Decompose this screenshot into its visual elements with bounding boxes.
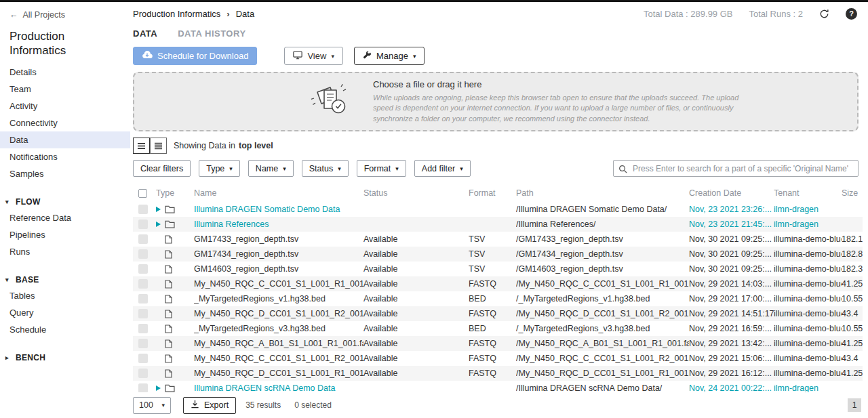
search-input[interactable]	[613, 160, 859, 177]
item-size: 41.25	[842, 369, 863, 378]
tab-data-history[interactable]: DATA HISTORY	[178, 28, 245, 39]
table-row[interactable]: Illumina References/Illumina References/…	[133, 217, 863, 232]
table-row[interactable]: GM14603_region_depth.tsvAvailableTSV/GM1…	[133, 262, 863, 276]
column-header-type[interactable]: Type	[156, 188, 194, 198]
column-header-status[interactable]: Status	[363, 188, 469, 198]
row-checkbox[interactable]	[133, 279, 156, 289]
column-header-creation-date[interactable]: Creation Date	[689, 188, 774, 198]
expand-arrow-icon[interactable]	[156, 385, 161, 391]
sidebar-section-header-base[interactable]: ▾BASE	[0, 272, 130, 287]
item-name[interactable]: GM17434_region_depth.tsv	[194, 249, 363, 259]
item-name[interactable]: _MyTargetedRegions_v3.hg38.bed	[194, 324, 363, 333]
filter-status-dropdown[interactable]: Status▾	[302, 160, 349, 177]
file-icon	[165, 339, 172, 348]
sidebar-item-tables[interactable]: Tables	[0, 287, 130, 304]
item-name[interactable]: _MyTargetedRegions_v1.hg38.bed	[194, 294, 363, 304]
row-checkbox[interactable]	[133, 205, 156, 214]
manage-button-label: Manage	[376, 51, 408, 61]
item-name[interactable]: My_N450_RQC_C_CC01_S1_L001_R1_001.fastq.…	[194, 279, 363, 289]
row-checkbox[interactable]	[133, 234, 156, 244]
column-header-tenant[interactable]: Tenant	[774, 188, 842, 198]
sidebar-item-reference-data[interactable]: Reference Data	[0, 209, 130, 226]
item-tenant: illumina-demo-blue	[774, 339, 842, 348]
sidebar-section-header-flow[interactable]: ▾FLOW	[0, 194, 130, 209]
item-name[interactable]: My_N450_RQC_D_CC01_S1_L001_R1_001.fastq.…	[194, 369, 363, 378]
table-row[interactable]: My_N450_RQC_D_CC01_S1_L001_R2_001.fastq.…	[133, 306, 863, 321]
sidebar-item-connectivity[interactable]: Connectivity	[0, 114, 130, 131]
column-header-format[interactable]: Format	[469, 188, 516, 198]
sidebar-item-pipelines[interactable]: Pipelines	[0, 226, 130, 243]
table-row[interactable]: My_N450_RQC_C_CC01_S1_L001_R2_001.fastq.…	[133, 351, 863, 366]
row-checkbox[interactable]	[133, 249, 156, 259]
view-dropdown-button[interactable]: View ▾	[284, 47, 342, 65]
select-all-checkbox[interactable]	[138, 189, 147, 198]
table-row[interactable]: My_N450_RQC_A_B01_S1_L001_R1_001.fastq.g…	[133, 336, 863, 351]
breadcrumb-project[interactable]: Production Informatics	[133, 9, 220, 19]
detail-view-toggle[interactable]	[150, 138, 167, 154]
row-checkbox[interactable]	[133, 324, 156, 333]
item-path: /My_N450_RQC_C_CC01_S1_L001_R1_001.fastq…	[516, 279, 689, 289]
table-row[interactable]: _MyTargetedRegions_v3.hg38.bedAvailableB…	[133, 321, 863, 336]
row-checkbox[interactable]	[133, 369, 156, 378]
item-name[interactable]: My_N450_RQC_C_CC01_S1_L001_R2_001.fastq.…	[194, 354, 363, 363]
item-name[interactable]: GM14603_region_depth.tsv	[194, 264, 363, 274]
column-header-name[interactable]: Name	[194, 188, 363, 198]
sidebar-item-query[interactable]: Query	[0, 304, 130, 321]
row-checkbox[interactable]	[133, 294, 156, 304]
add-filter-dropdown[interactable]: Add filter ▾	[414, 160, 471, 177]
item-path: /Illumina DRAGEN Somatic Demo Data/	[516, 205, 689, 214]
list-view-toggle[interactable]	[133, 138, 150, 154]
row-checkbox[interactable]	[133, 264, 156, 274]
table-row[interactable]: My_N450_RQC_C_CC01_S1_L001_R1_001.fastq.…	[133, 276, 863, 291]
row-checkbox[interactable]	[133, 354, 156, 363]
table-row[interactable]: _MyTargetedRegions_v1.hg38.bedAvailableB…	[133, 291, 863, 306]
row-checkbox[interactable]	[133, 220, 156, 229]
table-row[interactable]: Illumina DRAGEN Somatic Demo Data/Illumi…	[133, 202, 863, 217]
manage-dropdown-button[interactable]: Manage ▾	[354, 47, 425, 65]
pagination-page-1[interactable]: 1	[848, 398, 861, 412]
sidebar-item-activity[interactable]: Activity	[0, 98, 130, 114]
export-button[interactable]: Export	[183, 397, 236, 414]
clear-filters-button[interactable]: Clear filters	[133, 160, 191, 177]
tab-data[interactable]: DATA	[133, 28, 157, 39]
column-header-size[interactable]: Size	[842, 188, 863, 198]
row-checkbox[interactable]	[133, 309, 156, 318]
upload-dropzone[interactable]: Choose a file or drag it here While uplo…	[133, 72, 859, 131]
refresh-icon[interactable]	[819, 9, 829, 19]
filter-type-dropdown[interactable]: Type▾	[199, 160, 240, 177]
sidebar-item-notifications[interactable]: Notifications	[0, 148, 130, 165]
page-size-select[interactable]: 100 ▾	[133, 397, 171, 414]
back-to-all-projects-link[interactable]: ← All Projects	[0, 9, 130, 21]
sidebar-item-team[interactable]: Team	[0, 81, 130, 98]
filter-label: Format	[364, 164, 391, 173]
project-title: Production Informatics	[0, 21, 102, 64]
column-header-path[interactable]: Path	[516, 188, 689, 198]
row-checkbox[interactable]	[133, 339, 156, 348]
table-row[interactable]: GM17434_region_depth.tsvAvailableTSV/GM1…	[133, 247, 863, 262]
help-icon[interactable]: ?	[846, 8, 857, 20]
filter-name-dropdown[interactable]: Name▾	[248, 160, 294, 177]
item-name[interactable]: My_N450_RQC_D_CC01_S1_L001_R2_001.fastq.…	[194, 309, 363, 318]
sidebar-item-runs[interactable]: Runs	[0, 243, 130, 260]
sidebar-section-header-bench[interactable]: ▸BENCH	[0, 350, 130, 365]
item-name[interactable]: My_N450_RQC_A_B01_S1_L001_R1_001.fastq.g…	[194, 339, 363, 348]
expand-arrow-icon[interactable]	[156, 222, 161, 227]
item-name[interactable]: Illumina References	[194, 220, 363, 229]
sidebar-item-schedule[interactable]: Schedule	[0, 321, 130, 338]
schedule-for-download-button[interactable]: Schedule for Download	[133, 47, 257, 65]
sidebar-item-data[interactable]: Data	[0, 131, 130, 148]
row-checkbox[interactable]	[133, 383, 156, 393]
file-icon	[165, 235, 172, 244]
type-cell	[156, 339, 194, 348]
sidebar-item-details[interactable]: Details	[0, 64, 130, 81]
sidebar-item-samples[interactable]: Samples	[0, 165, 130, 182]
table-row[interactable]: GM17433_region_depth.tsvAvailableTSV/GM1…	[133, 232, 863, 247]
item-format: FASTQ	[469, 354, 516, 363]
item-name[interactable]: GM17433_region_depth.tsv	[194, 234, 363, 244]
item-name[interactable]: Illumina DRAGEN Somatic Demo Data	[194, 205, 363, 214]
expand-arrow-icon[interactable]	[156, 207, 161, 212]
table-row[interactable]: My_N450_RQC_D_CC01_S1_L001_R1_001.fastq.…	[133, 366, 863, 381]
filter-format-dropdown[interactable]: Format▾	[357, 160, 406, 177]
item-path: /_MyTargetedRegions_v3.hg38.bed	[516, 324, 689, 333]
item-name[interactable]: Illumina DRAGEN scRNA Demo Data	[194, 383, 363, 393]
